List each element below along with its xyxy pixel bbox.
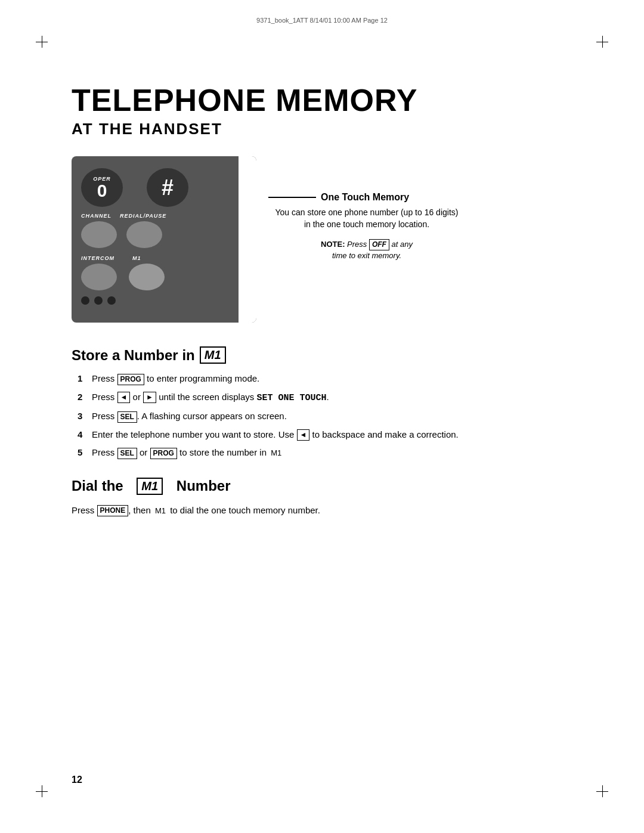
m1-label: M1 — [132, 255, 141, 261]
page-subtitle: AT THE HANDSET — [72, 120, 584, 138]
step-2-num: 2 — [78, 391, 92, 404]
page-title: TELEPHONE MEMORY — [72, 83, 584, 117]
handset-image: OPER 0 # CHANNEL REDIAL/PAUSE INTERC — [72, 156, 256, 323]
callout-note: NOTE: Press OFF at anytime to exit memor… — [274, 239, 459, 261]
m1-dial-ref: M1 — [153, 506, 168, 515]
dial-instructions: Press PHONE, then M1 to dial the one tou… — [72, 503, 584, 518]
back-arrow-key: ◄ — [297, 429, 310, 441]
dial-heading: Dial the M1 Number — [72, 478, 584, 495]
store-heading: Store a Number in M1 — [72, 346, 584, 364]
dial-heading-key: M1 — [137, 478, 163, 495]
store-heading-text: Store a Number in — [72, 347, 195, 364]
step-4-text: Enter the telephone number you want to s… — [92, 428, 459, 442]
dot-2 — [94, 296, 103, 305]
content-row: OPER 0 # CHANNEL REDIAL/PAUSE INTERC — [72, 156, 584, 323]
zero-key: 0 — [97, 182, 107, 200]
step-2-text: Press ◄ or ► until the screen displays S… — [92, 391, 329, 405]
step-3-num: 3 — [78, 410, 92, 423]
left-arrow-key: ◄ — [117, 392, 131, 403]
channel-redial-buttons — [81, 221, 247, 248]
phone-key: PHONE — [97, 505, 129, 516]
step-1: 1 Press PROG to enter programming mode. — [78, 372, 584, 386]
channel-button — [81, 221, 117, 248]
store-section: Store a Number in M1 1 Press PROG to ent… — [72, 346, 584, 460]
dial-heading-text: Dial the — [72, 478, 123, 494]
step-5-text: Press SEL or PROG to store the number in… — [92, 446, 283, 460]
sel-key-2: SEL — [117, 448, 137, 459]
m1-button — [129, 264, 165, 290]
prog-key-2: PROG — [150, 448, 177, 459]
intercom-label: INTERCOM — [81, 255, 114, 261]
step-5: 5 Press SEL or PROG to store the number … — [78, 446, 584, 460]
page-number: 12 — [72, 775, 82, 785]
dial-heading-text2: Number — [177, 478, 231, 494]
dial-section: Dial the M1 Number Press PHONE, then M1 … — [72, 478, 584, 518]
note-press: Press — [347, 240, 369, 249]
sel-key-1: SEL — [117, 411, 137, 423]
step-3-text: Press SEL. A flashing cursor appears on … — [92, 410, 287, 423]
redial-label: REDIAL/PAUSE — [120, 213, 166, 219]
note-label: NOTE: — [321, 240, 345, 249]
store-heading-key: M1 — [200, 346, 226, 364]
prog-key-1: PROG — [117, 374, 144, 385]
key-hash: # — [147, 168, 188, 207]
intercom-button — [81, 264, 117, 290]
hash-symbol: # — [162, 175, 174, 200]
dot-1 — [81, 296, 89, 305]
step-4: 4 Enter the telephone number you want to… — [78, 428, 584, 442]
white-bar — [239, 156, 256, 323]
intercom-m1-labels: INTERCOM M1 — [81, 255, 247, 261]
channel-label: CHANNEL — [81, 213, 112, 219]
step-1-text: Press PROG to enter programming mode. — [92, 372, 259, 386]
m1-ref: M1 — [269, 448, 283, 457]
step-2: 2 Press ◄ or ► until the screen displays… — [78, 391, 584, 405]
key-zero: OPER 0 — [81, 168, 123, 207]
steps-list: 1 Press PROG to enter programming mode. … — [72, 372, 584, 460]
step-1-num: 1 — [78, 372, 92, 386]
callout-title: One Touch Memory — [321, 192, 409, 203]
right-arrow-key: ► — [143, 392, 156, 403]
callout-line: One Touch Memory — [268, 192, 459, 203]
dot-3 — [107, 296, 116, 305]
step-5-num: 5 — [78, 446, 92, 460]
step-4-num: 4 — [78, 428, 92, 442]
dots-row — [81, 296, 247, 305]
top-key-row: OPER 0 # — [81, 168, 247, 207]
callout-description: You can store one phone number (up to 16… — [274, 206, 459, 231]
off-key: OFF — [369, 239, 389, 250]
display-text: SET ONE TOUCH — [256, 393, 326, 403]
callout: One Touch Memory You can store one phone… — [268, 192, 459, 261]
step-3: 3 Press SEL. A flashing cursor appears o… — [78, 410, 584, 423]
callout-line-bar — [268, 197, 316, 198]
intercom-m1-buttons — [81, 264, 247, 290]
channel-redial-labels: CHANNEL REDIAL/PAUSE — [81, 213, 247, 219]
redial-button — [126, 221, 162, 248]
